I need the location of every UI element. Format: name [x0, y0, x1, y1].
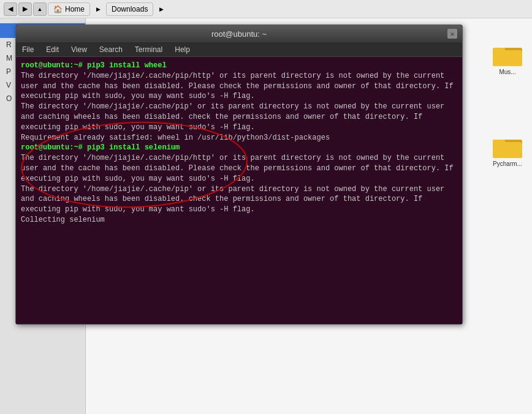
terminal-menu-terminal[interactable]: Terminal	[129, 42, 169, 56]
terminal-line-6: The directory '/home/jiajie/.cache/pip/h…	[21, 153, 457, 184]
back-button[interactable]: ◀	[4, 2, 17, 16]
sidebar-v-label: V	[6, 81, 11, 89]
terminal-line-4: Requirement already satisfied: wheel in …	[21, 133, 457, 143]
home-label: Home	[65, 5, 85, 13]
svg-rect-5	[493, 140, 505, 143]
terminal-line-2: The directory '/home/jiajie/.cache/pip/h…	[21, 71, 457, 102]
up-button[interactable]: ▲	[33, 2, 47, 16]
pycharm-folder-icon[interactable]: Pycharm...	[486, 135, 529, 167]
terminal-line-8: Collecting selenium	[21, 215, 457, 225]
music-folder-label: Mus...	[499, 69, 515, 75]
terminal-title: root@ubuntu: ~	[31, 29, 447, 39]
terminal-line-5: root@ubuntu:~# pip3 install selenium	[21, 143, 457, 153]
sidebar-m-label: M	[6, 54, 12, 62]
terminal-content[interactable]: root@ubuntu:~# pip3 install wheel The di…	[16, 57, 462, 324]
home-breadcrumb[interactable]: 🏠 Home	[48, 2, 90, 16]
terminal-menubar: File Edit View Search Terminal Help	[16, 42, 462, 57]
breadcrumb-arrow: ▶	[91, 2, 105, 16]
downloads-label: Downloads	[112, 5, 148, 13]
sidebar-p-label: P	[6, 67, 11, 76]
terminal-close-button[interactable]: ✕	[447, 29, 457, 39]
pycharm-folder-label: Pycharm...	[493, 160, 522, 167]
terminal-titlebar: root@ubuntu: ~ ✕	[16, 25, 462, 42]
svg-rect-4	[493, 142, 522, 158]
terminal-window: root@ubuntu: ~ ✕ File Edit View Search T…	[15, 24, 463, 325]
terminal-menu-file[interactable]: File	[16, 42, 40, 56]
sidebar-o-label: O	[6, 94, 12, 103]
svg-rect-2	[493, 48, 505, 51]
terminal-menu-edit[interactable]: Edit	[40, 42, 65, 56]
sidebar-r-label: R	[6, 40, 12, 49]
home-sidebar-icon	[6, 26, 16, 36]
top-navigation-bar: ◀ ▶ ▲ 🏠 Home ▶ Downloads ▶	[0, 0, 532, 18]
home-icon: 🏠	[53, 5, 63, 13]
terminal-line-3: The directory '/home/jiajie/.cache/pip' …	[21, 102, 457, 132]
terminal-line-1: root@ubuntu:~# pip3 install wheel	[21, 61, 457, 71]
downloads-breadcrumb[interactable]: Downloads	[106, 2, 153, 16]
terminal-menu-search[interactable]: Search	[93, 42, 129, 56]
forward-button[interactable]: ▶	[18, 2, 32, 16]
terminal-line-7: The directory '/home/jiajie/.cache/pip' …	[21, 184, 457, 215]
terminal-menu-help[interactable]: Help	[169, 42, 196, 56]
breadcrumb-arrow2: ▶	[154, 2, 168, 16]
svg-rect-1	[493, 50, 522, 66]
music-folder-icon[interactable]: Mus...	[486, 43, 529, 75]
terminal-menu-view[interactable]: View	[65, 42, 93, 56]
